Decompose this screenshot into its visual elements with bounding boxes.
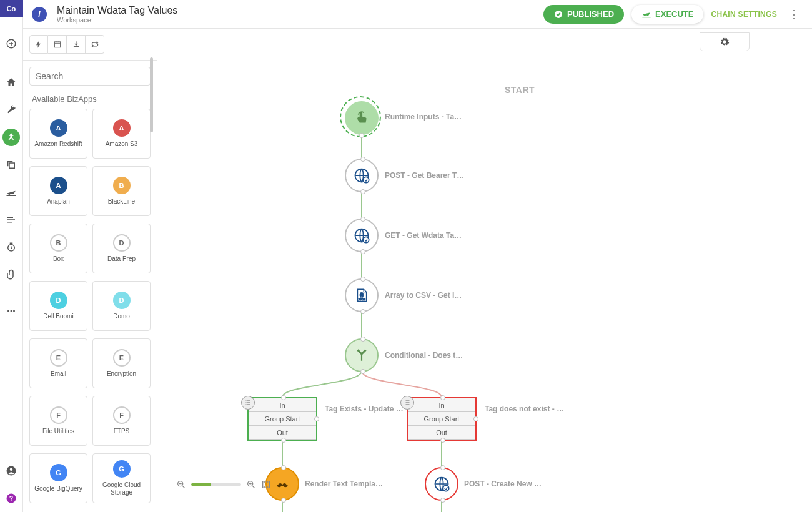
svg-rect-1 — [9, 163, 14, 168]
group-label: Tag Exists - Update … — [325, 405, 404, 413]
canvas-settings-button[interactable] — [700, 32, 750, 51]
bizapp-card[interactable]: EEmail — [29, 338, 87, 388]
bizapp-card[interactable]: AAmazon Redshift — [29, 109, 87, 159]
svg-text:?: ? — [9, 495, 13, 502]
node-json[interactable]: {i}JSON — [345, 278, 379, 312]
loop-tool-icon[interactable] — [86, 35, 104, 54]
account-icon[interactable] — [2, 462, 20, 480]
more-icon[interactable] — [2, 302, 20, 320]
node-label: GET - Get Wdata Ta… — [385, 231, 462, 240]
trigger-tool-icon[interactable] — [29, 35, 48, 54]
zoom-out-icon[interactable] — [176, 480, 186, 490]
bizapp-label: Amazon S3 — [106, 140, 138, 148]
chain-settings-link[interactable]: CHAIN SETTINGS — [711, 10, 777, 19]
group-box-notexists[interactable]: In Group Start Out — [407, 397, 477, 441]
bizapp-icon: A — [50, 119, 67, 137]
svg-text:JSON: JSON — [358, 298, 365, 301]
copy-icon[interactable] — [2, 156, 20, 174]
svg-rect-23 — [263, 481, 270, 488]
search-input[interactable] — [29, 67, 151, 86]
svg-point-5 — [13, 310, 15, 312]
node-trigger[interactable] — [345, 101, 379, 135]
zoom-slider[interactable] — [191, 483, 241, 486]
svg-point-20 — [443, 485, 448, 491]
bizapp-card[interactable]: BBox — [29, 224, 87, 273]
app-logo: Co — [0, 0, 23, 17]
svg-point-3 — [7, 310, 9, 312]
bizapp-label: Google BigQuery — [34, 485, 82, 493]
bizapp-icon: D — [113, 234, 131, 252]
node-conditional[interactable] — [345, 338, 379, 372]
bizapp-card[interactable]: FFile Utilities — [29, 396, 87, 446]
node-post-create[interactable] — [425, 467, 458, 501]
bizapp-card[interactable]: GGoogle Cloud Storage — [92, 453, 151, 503]
bizapp-label: Domo — [113, 313, 130, 320]
execute-button[interactable]: EXECUTE — [631, 5, 703, 24]
list-icon[interactable] — [2, 211, 20, 229]
bizapp-label: Anaplan — [47, 198, 70, 205]
bizapp-icon: E — [50, 349, 67, 367]
clock-icon[interactable] — [2, 239, 20, 256]
workspace-label: Workspace: — [57, 16, 543, 24]
help-icon[interactable]: ? — [2, 490, 20, 507]
scrollbar[interactable] — [150, 57, 153, 132]
download-tool-icon[interactable] — [67, 35, 86, 54]
node-label: Runtime Inputs - Ta… — [385, 112, 462, 121]
node-label: POST - Create New … — [464, 480, 542, 488]
bizapp-icon: G — [50, 464, 67, 481]
bizapp-label: Google Cloud Storage — [96, 481, 147, 496]
header: i Maintain Wdata Tag Values Workspace: P… — [23, 0, 812, 29]
svg-point-16 — [363, 237, 369, 242]
svg-point-4 — [11, 310, 12, 312]
published-button[interactable]: PUBLISHED — [543, 5, 624, 24]
plane-icon[interactable] — [2, 184, 20, 201]
bizapp-icon: F — [50, 406, 67, 424]
fit-icon[interactable] — [261, 480, 271, 490]
bizapp-icon: B — [50, 234, 67, 252]
bizapp-card[interactable]: AAnaplan — [29, 166, 87, 216]
bizapp-icon: E — [113, 349, 131, 367]
gear-icon — [720, 37, 730, 47]
bizapp-card[interactable]: AAmazon S3 — [92, 109, 151, 159]
bizapp-card[interactable]: BBlackLine — [92, 166, 151, 216]
bizapp-card[interactable]: EEncryption — [92, 338, 151, 388]
node-http-post[interactable] — [345, 159, 379, 192]
group-box-exists[interactable]: In Group Start Out — [247, 397, 317, 441]
node-http-get[interactable] — [345, 219, 379, 252]
start-label: START — [505, 85, 535, 95]
attach-icon[interactable] — [2, 266, 20, 283]
node-label: Render Text Templa… — [305, 480, 383, 488]
json-file-icon: {i}JSON — [354, 287, 370, 303]
svg-point-14 — [363, 177, 369, 182]
bizapp-label: Dell Boomi — [43, 313, 73, 320]
svg-text:{i}: {i} — [360, 292, 364, 297]
bizapp-card[interactable]: DDomo — [92, 281, 151, 331]
bizapp-label: Encryption — [107, 370, 136, 378]
bizapp-icon: G — [113, 460, 131, 478]
bizapp-label: Data Prep — [107, 255, 136, 263]
bizapp-card[interactable]: DData Prep — [92, 224, 151, 273]
bizapp-icon: D — [50, 292, 67, 309]
kebab-icon[interactable]: ⋮ — [785, 7, 803, 21]
zoom-controls — [176, 480, 271, 490]
zoom-in-icon[interactable] — [246, 480, 256, 490]
info-icon[interactable]: i — [32, 7, 47, 22]
bizapp-label: Amazon Redshift — [34, 140, 82, 148]
calendar-tool-icon[interactable] — [48, 35, 67, 54]
bizapp-card[interactable]: DDell Boomi — [29, 281, 87, 331]
wrench-icon[interactable] — [2, 101, 20, 119]
home-icon[interactable] — [2, 74, 20, 91]
sidebar: Available BizApps AAmazon RedshiftAAmazo… — [23, 29, 157, 512]
branch-icon[interactable] — [2, 129, 20, 146]
add-icon[interactable] — [2, 35, 20, 52]
bizapp-card[interactable]: FFTPS — [92, 396, 151, 446]
list-badge-icon — [241, 396, 255, 410]
flow-canvas[interactable]: START — [157, 29, 812, 512]
bizapp-card[interactable]: GGoogle BigQuery — [29, 453, 87, 503]
bizapp-label: BlackLine — [108, 198, 135, 205]
bizapp-icon: A — [50, 177, 67, 194]
sidebar-toolbar — [23, 29, 157, 61]
mustache-icon — [274, 476, 290, 492]
bizapp-icon: B — [113, 177, 131, 194]
bizapp-icon: D — [113, 292, 131, 309]
